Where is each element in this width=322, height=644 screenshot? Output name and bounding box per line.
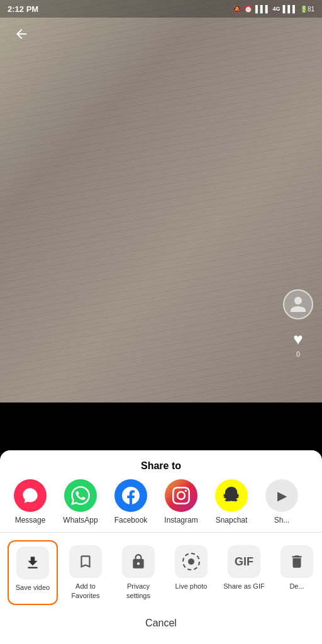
delete-action[interactable]: De... (272, 540, 322, 605)
network-icon: 4G (272, 6, 280, 12)
facebook-logo-icon (122, 487, 140, 504)
privacy-settings-action[interactable]: Privacy settings (113, 540, 164, 605)
delete-icon-box (280, 545, 313, 578)
back-button[interactable] (10, 23, 33, 45)
app-item-more[interactable]: ▶ Sh... (259, 479, 304, 525)
add-to-favorites-icon-box (69, 545, 102, 578)
more-label: Sh... (274, 516, 290, 525)
video-area (0, 0, 322, 402)
signal2-icon: ▌▌▌ (282, 5, 297, 13)
download-icon (25, 555, 41, 571)
add-to-favorites-label: Add to Favorites (63, 582, 108, 600)
battery-icon: 🔋81 (300, 6, 314, 13)
save-video-action[interactable]: Save video (8, 540, 58, 605)
live-photo-circle-icon (182, 553, 200, 570)
app-item-facebook[interactable]: Facebook (108, 479, 153, 525)
instagram-icon (165, 479, 197, 512)
whatsapp-label: WhatsApp (63, 516, 97, 525)
app-item-whatsapp[interactable]: WhatsApp (58, 479, 103, 525)
lock-icon (130, 553, 147, 570)
more-icon: ▶ (265, 479, 298, 512)
add-to-favorites-action[interactable]: Add to Favorites (60, 540, 111, 605)
app-item-message[interactable]: Message (8, 479, 53, 525)
live-photo-icon-box (175, 545, 208, 578)
share-to-title: Share to (0, 450, 322, 479)
message-arrow-icon (21, 487, 39, 504)
heart-button[interactable]: ♥ 0 (293, 330, 303, 358)
action-row: Save video Add to Favorites Privacy sett… (0, 533, 322, 610)
snapchat-icon (215, 479, 248, 512)
save-video-icon-box (16, 547, 49, 579)
alarm-icon: ⏰ (244, 5, 253, 13)
share-as-gif-label: Share as GIF (223, 582, 264, 591)
status-bar: 2:12 PM 🔕 ⏰ ▌▌▌ 4G ▌▌▌ 🔋81 (0, 0, 322, 18)
video-texture (0, 0, 322, 402)
delete-icon (289, 553, 305, 570)
message-label: Message (15, 516, 46, 525)
share-as-gif-icon-box: GIF (228, 545, 260, 578)
cancel-button[interactable]: Cancel (0, 610, 322, 639)
instagram-label: Instagram (164, 516, 197, 525)
app-item-instagram[interactable]: Instagram (158, 479, 204, 525)
share-as-gif-action[interactable]: GIF Share as GIF (219, 540, 269, 605)
status-icons: 🔕 ⏰ ▌▌▌ 4G ▌▌▌ 🔋81 (233, 5, 314, 13)
avatar[interactable] (283, 289, 313, 319)
message-icon (14, 479, 47, 512)
mute-icon: 🔕 (233, 5, 242, 13)
facebook-label: Facebook (114, 516, 148, 525)
privacy-settings-icon-box (122, 545, 155, 578)
snapchat-label: Snapchat (216, 516, 248, 525)
heart-icon: ♥ (293, 330, 303, 349)
back-arrow-icon (14, 26, 29, 42)
facebook-icon (114, 479, 147, 512)
heart-count: 0 (296, 350, 300, 358)
gif-text-icon: GIF (235, 555, 253, 569)
delete-label: De... (289, 582, 304, 591)
live-photo-action[interactable]: Live photo (166, 540, 216, 605)
save-video-label: Save video (16, 583, 50, 592)
privacy-settings-label: Privacy settings (116, 582, 161, 600)
app-item-snapchat[interactable]: Snapchat (209, 479, 254, 525)
status-time: 2:12 PM (8, 4, 38, 14)
instagram-logo-icon (172, 487, 190, 504)
app-row: Message WhatsApp Facebook (0, 479, 322, 532)
bottom-sheet: Share to Message WhatsApp (0, 450, 322, 644)
live-photo-label: Live photo (175, 582, 208, 591)
snapchat-logo-icon (223, 487, 240, 504)
whatsapp-icon (64, 479, 97, 512)
user-icon (289, 295, 308, 314)
right-side-icons: ♥ 0 (283, 289, 313, 358)
signal-icon: ▌▌▌ (255, 5, 270, 13)
bookmark-icon (77, 553, 94, 570)
whatsapp-logo-icon (71, 486, 90, 505)
